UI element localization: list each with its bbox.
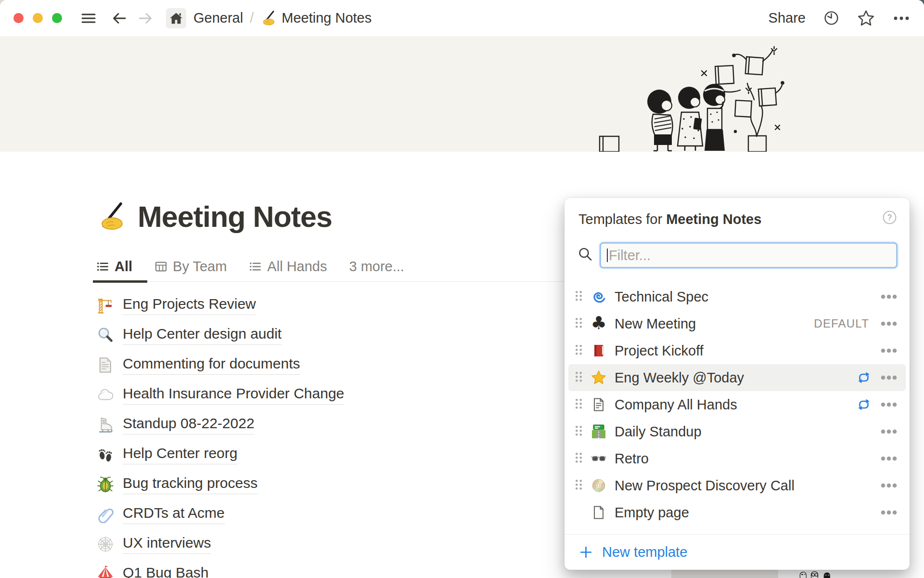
page-link[interactable]: Commenting for documents [123,355,300,375]
more-options-icon[interactable] [892,10,911,26]
page-cover [0,36,924,152]
active-tab-underline [93,280,147,283]
template-row[interactable]: Company All Hands [568,391,906,418]
breadcrumb-separator: / [250,10,254,26]
cyclone-emoji [591,289,606,304]
new-template-row[interactable]: New template [565,534,910,570]
circus-tent-emoji [96,565,115,578]
zoom-window-button[interactable] [52,13,62,23]
drag-handle-icon[interactable] [575,316,583,331]
page-link[interactable]: CRDTs at Acme [123,505,225,524]
template-label: Project Kickoff [615,343,881,359]
template-filter-input[interactable] [600,243,897,268]
plus-icon [579,545,593,559]
template-row[interactable]: ♣New MeetingDEFAULT [568,310,906,337]
template-filter-field [600,243,897,268]
spider-web-emoji [96,535,115,553]
template-row[interactable]: Eng Weekly @Today [568,364,906,391]
optical-disc-emoji [591,478,606,493]
blank-page-icon [591,505,606,520]
minimize-window-button[interactable] [33,13,43,23]
drag-handle-icon[interactable] [575,478,583,493]
tab-all-hands[interactable]: All Hands [249,259,327,275]
cloud-emoji [96,386,115,404]
traffic-lights [13,13,62,23]
templates-popup-title-page: Meeting Notes [666,211,761,227]
glasses-emoji [591,451,606,466]
row-more-icon[interactable] [881,343,897,358]
row-more-icon[interactable] [881,451,897,466]
image-block-gray-band [671,569,778,578]
page-link[interactable]: Health Insurance Provider Change [123,385,344,405]
back-icon[interactable] [111,10,128,26]
page-link[interactable]: Eng Projects Review [123,296,256,315]
page-link[interactable]: Help Center design audit [123,326,282,345]
page-link[interactable]: UX interviews [123,535,211,554]
footprints-emoji [96,446,115,464]
notion-window: General / Meeting Notes Share [0,0,924,578]
template-row[interactable]: Daily Standup [568,418,906,445]
sidebar-menu-icon[interactable] [80,10,97,26]
breadcrumb-workspace[interactable]: General [193,10,243,26]
question-mark-icon[interactable]: ? [882,210,897,228]
writing-hand-emoji [260,10,277,26]
drag-handle-icon[interactable] [575,424,583,439]
tab-label: By Team [173,259,227,275]
page-link[interactable]: Help Center reorg [123,445,237,464]
tab-3-more[interactable]: 3 more... [349,259,404,275]
toolbar-actions: Share [769,9,911,27]
tab-by-team[interactable]: By Team [154,259,227,275]
template-label: Retro [615,451,881,467]
template-row[interactable]: Technical Spec [568,283,906,310]
close-window-button[interactable] [13,13,24,23]
repeat-icon[interactable] [857,397,871,412]
template-label: Technical Spec [615,289,881,305]
row-more-icon[interactable] [881,316,897,331]
favorite-star-icon[interactable] [857,9,875,27]
template-label: Daily Standup [615,424,881,440]
updates-clock-icon[interactable] [823,10,840,26]
template-label: Company All Hands [615,397,857,413]
template-row[interactable]: New Prospect Discovery Call [568,472,906,499]
repeat-icon[interactable] [857,370,871,385]
template-row[interactable]: Empty page [568,499,906,526]
row-more-icon[interactable] [881,478,897,493]
text-caret [607,249,608,262]
page-with-text-icon [591,397,606,412]
breadcrumb-page[interactable]: Meeting Notes [282,10,372,26]
star-emoji [591,370,606,385]
magnifying-glass-emoji [96,326,115,344]
template-row[interactable]: Retro [568,445,906,472]
row-more-icon[interactable] [881,370,897,385]
row-more-icon[interactable] [881,424,897,439]
svg-text:?: ? [887,213,892,222]
list-view-icon [249,260,262,273]
default-badge: DEFAULT [814,317,869,330]
drag-handle-icon[interactable] [575,370,583,385]
page-link[interactable]: Q1 Bug Bash [123,565,208,578]
drag-handle-icon[interactable] [575,343,583,358]
template-list: Technical Spec♣New MeetingDEFAULT Projec… [565,283,910,526]
tab-all[interactable]: All [96,259,132,275]
page-image-block-partial [671,569,924,578]
home-icon[interactable] [166,8,186,28]
row-more-icon[interactable] [881,397,897,412]
club-suit-emoji: ♣ [591,316,606,331]
templates-filter-row [578,243,897,268]
building-construction-emoji [96,296,115,315]
row-more-icon[interactable] [881,505,897,520]
drag-handle-icon[interactable] [575,451,583,466]
page-link[interactable]: Bug tracking process [123,475,257,494]
writing-hand-emoji [96,201,127,232]
toolbar: General / Meeting Notes Share [0,0,924,36]
drag-handle-icon[interactable] [575,289,583,304]
row-more-icon[interactable] [881,289,897,304]
templates-popup: Templates for Meeting Notes ? Technical … [565,198,910,570]
drag-handle-icon[interactable] [575,397,583,412]
forward-icon[interactable] [137,10,154,26]
page-link[interactable]: Standup 08-22-2022 [123,415,255,434]
motorway-emoji [591,424,606,439]
tab-label: All Hands [267,259,327,275]
template-row[interactable]: Project Kickoff [568,337,906,364]
share-button[interactable]: Share [769,10,806,26]
